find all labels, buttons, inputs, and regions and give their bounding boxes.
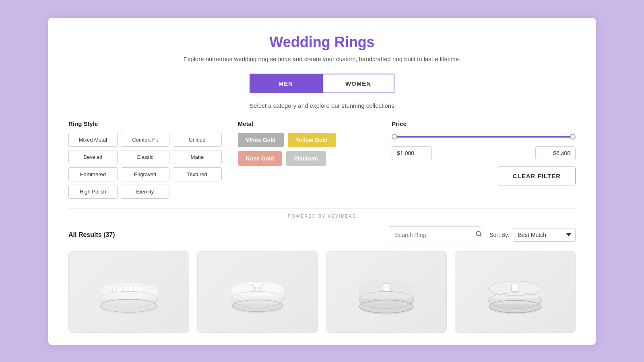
clear-filter-button[interactable]: CLEAR FILTER [498,167,576,185]
price-range-container [392,133,576,160]
search-sort-row: Sort By: Best Match Price Low to High Pr… [389,226,576,243]
price-inputs [392,146,576,160]
style-beveled[interactable]: Beveled [68,150,118,164]
svg-rect-12 [139,286,142,291]
style-hammered[interactable]: Hammered [68,167,118,181]
search-box [389,226,481,243]
slider-left-thumb[interactable] [392,134,397,140]
page-subtitle: Explore numerous wedding ring settings a… [68,56,576,62]
ring-card-2[interactable] [197,251,318,333]
svg-rect-8 [118,286,122,292]
women-tab[interactable]: WOMEN [322,74,394,93]
metal-yellow-gold[interactable]: Yellow Gold [288,133,336,147]
ring-card-img-2 [198,252,318,332]
metal-white-gold[interactable]: White Gold [238,133,284,147]
svg-rect-11 [134,286,138,291]
svg-point-22 [252,281,262,288]
ring-card-1[interactable] [68,251,189,333]
price-label: Price [392,120,576,127]
filters-row: Ring Style Mixed Metal Comfort Fit Uniqu… [68,120,576,199]
style-comfort-fit[interactable]: Comfort Fit [121,133,170,147]
ring-card-img-3 [326,252,446,332]
metal-platinum[interactable]: Platinum [286,151,326,166]
style-unique[interactable]: Unique [173,133,222,147]
ring-card-4[interactable] [455,251,576,333]
ring-style-section: Ring Style Mixed Metal Comfort Fit Uniqu… [68,120,222,199]
price-slider-visual [392,133,576,141]
metal-label: Metal [238,120,376,127]
sort-select[interactable]: Best Match Price Low to High Price High … [513,228,576,242]
sort-row: Sort By: Best Match Price Low to High Pr… [489,228,576,242]
svg-line-1 [480,235,482,237]
rings-grid [68,251,576,333]
style-engraved[interactable]: Engraved [121,167,170,181]
search-icon [476,231,481,237]
style-empty [173,185,222,199]
price-section: Price CLEAR FILTER [392,120,576,185]
price-max-input[interactable] [535,146,576,160]
price-min-input[interactable] [392,146,432,160]
ring-img-4 [479,260,551,324]
style-classic[interactable]: Classic [121,150,170,164]
ring-img-3 [350,260,423,324]
ring-card-img-1 [69,252,189,332]
page-title: Wedding Rings [68,34,576,51]
style-textured[interactable]: Textured [173,167,222,181]
metal-buttons: White Gold Yellow Gold Rose Gold Platinu… [238,133,376,166]
ring-style-grid: Mixed Metal Comfort Fit Unique Beveled C… [68,133,222,199]
metal-rose-gold[interactable]: Rose Gold [238,151,282,166]
slider-bg [392,136,576,138]
powered-by: POWERED BY KEYIDEAS [68,208,576,218]
main-container: Wedding Rings Explore numerous wedding r… [48,18,596,345]
results-bar: All Results (37) Sort By: Best Match Pri… [68,226,576,243]
svg-rect-9 [124,286,128,292]
svg-rect-10 [129,285,133,291]
ring-card-3[interactable] [326,251,447,333]
search-icon-button[interactable] [471,227,481,243]
slider-right-thumb[interactable] [570,134,576,140]
ring-img-2 [221,260,294,324]
ring-style-label: Ring Style [68,120,222,127]
svg-point-0 [477,231,481,235]
style-high-polish[interactable]: High Polish [68,185,118,199]
style-matte[interactable]: Matte [173,150,222,164]
category-prompt: Select a category and explore our stunni… [68,102,576,109]
gender-tabs: MEN WOMEN [68,74,576,93]
ring-card-img-4 [455,252,575,332]
search-input[interactable] [389,228,471,242]
style-eternity[interactable]: Eternity [121,185,170,199]
metal-section: Metal White Gold Yellow Gold Rose Gold P… [238,120,376,166]
style-mixed-metal[interactable]: Mixed Metal [68,133,118,147]
svg-rect-7 [113,288,116,292]
results-count: All Results (37) [68,231,115,239]
ring-img-1 [93,260,165,324]
men-tab[interactable]: MEN [250,74,322,93]
sort-label: Sort By: [489,232,510,238]
